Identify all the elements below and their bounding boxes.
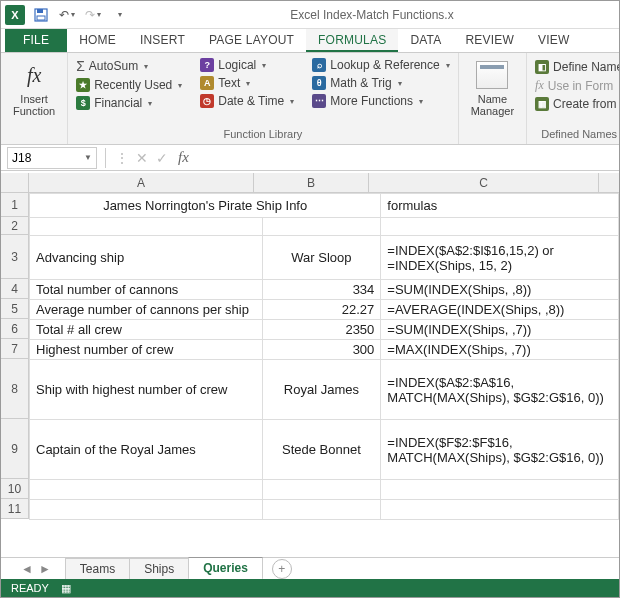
select-all-corner[interactable]	[1, 173, 29, 193]
cell-A6[interactable]: Total # all crew	[30, 320, 263, 340]
row-header-2[interactable]: 2	[1, 217, 28, 235]
autosum-button[interactable]: ΣAutoSum▾	[76, 57, 182, 75]
tab-formulas[interactable]: FORMULAS	[306, 29, 398, 52]
math-trig-button[interactable]: θMath & Trig▾	[312, 75, 449, 91]
group-label-library: Function Library	[76, 128, 449, 140]
cell-C4[interactable]: =SUM(INDEX(Ships, ,8))	[381, 280, 619, 300]
name-manager-icon	[476, 61, 508, 89]
tab-home[interactable]: HOME	[67, 29, 128, 52]
row-header-4[interactable]: 4	[1, 279, 28, 299]
sheet-tab-teams[interactable]: Teams	[65, 558, 130, 579]
cell-B11[interactable]	[262, 500, 381, 520]
chevron-down-icon[interactable]: ▼	[84, 153, 92, 162]
row-header-7[interactable]: 7	[1, 339, 28, 359]
cell-A1[interactable]: James Norrington's Pirate Ship Info	[30, 194, 381, 218]
cell-C9[interactable]: =INDEX($F$2:$F$16, MATCH(MAX(Ships), $G$…	[381, 420, 619, 480]
cell-B10[interactable]	[262, 480, 381, 500]
col-header-B[interactable]: B	[254, 173, 369, 192]
cell-A3[interactable]: Advancing ship	[30, 236, 263, 280]
define-name-button[interactable]: ◧Define Name	[535, 59, 620, 75]
group-label-defined: Defined Names	[535, 128, 620, 140]
tab-data[interactable]: DATA	[398, 29, 453, 52]
cell-C1[interactable]: formulas	[381, 194, 619, 218]
group-name-manager: Name Manager	[459, 53, 527, 144]
sheet-tab-queries[interactable]: Queries	[188, 557, 263, 580]
macro-record-icon[interactable]: ▦	[61, 582, 71, 595]
recently-used-button[interactable]: ★Recently Used▾	[76, 77, 182, 93]
fx-icon[interactable]: fx	[172, 149, 195, 166]
cell-C2[interactable]	[381, 218, 619, 236]
cell-B2[interactable]	[262, 218, 381, 236]
financial-button[interactable]: $Financial▾	[76, 95, 182, 111]
name-manager-button[interactable]: Name Manager	[467, 57, 518, 119]
tab-insert[interactable]: INSERT	[128, 29, 197, 52]
col-header-C[interactable]: C	[369, 173, 599, 192]
new-sheet-button[interactable]: +	[272, 559, 292, 579]
enter-icon[interactable]: ✓	[152, 150, 172, 166]
svg-rect-2	[37, 16, 45, 20]
undo-icon[interactable]: ↶▾	[57, 5, 77, 25]
logical-button[interactable]: ?Logical▾	[200, 57, 294, 73]
date-time-button[interactable]: ◷Date & Time▾	[200, 93, 294, 109]
formula-bar: J18▼ ⋮ ✕ ✓ fx	[1, 145, 619, 171]
row-header-6[interactable]: 6	[1, 319, 28, 339]
cell-B9[interactable]: Stede Bonnet	[262, 420, 381, 480]
cell-A5[interactable]: Average number of cannons per ship	[30, 300, 263, 320]
sheet-tab-ships[interactable]: Ships	[129, 558, 189, 579]
cell-B7[interactable]: 300	[262, 340, 381, 360]
cell-C11[interactable]	[381, 500, 619, 520]
status-bar: READY ▦	[1, 579, 619, 597]
cells: James Norrington's Pirate Ship Infoformu…	[29, 193, 619, 557]
cell-B3[interactable]: War Sloop	[262, 236, 381, 280]
cancel-icon[interactable]: ✕	[132, 150, 152, 166]
cell-B4[interactable]: 334	[262, 280, 381, 300]
use-in-formula-button[interactable]: fxUse in Form	[535, 77, 620, 94]
text-button[interactable]: AText▾	[200, 75, 294, 91]
formula-input[interactable]	[195, 147, 619, 169]
lookup-reference-button[interactable]: ⌕Lookup & Reference▾	[312, 57, 449, 73]
vdots-icon[interactable]: ⋮	[112, 150, 132, 166]
cell-B6[interactable]: 2350	[262, 320, 381, 340]
cell-C6[interactable]: =SUM(INDEX(Ships, ,7))	[381, 320, 619, 340]
cell-C5[interactable]: =AVERAGE(INDEX(Ships, ,8))	[381, 300, 619, 320]
create-from-button[interactable]: ▦Create from	[535, 96, 620, 112]
more-functions-button[interactable]: ⋯More Functions▾	[312, 93, 449, 109]
cell-C7[interactable]: =MAX(INDEX(Ships, ,7))	[381, 340, 619, 360]
row-header-5[interactable]: 5	[1, 299, 28, 319]
row-header-8[interactable]: 8	[1, 359, 28, 419]
cell-A9[interactable]: Captain of the Royal James	[30, 420, 263, 480]
sheet-nav-next-icon[interactable]: ►	[39, 562, 51, 576]
group-defined-names: ◧Define Name fxUse in Form ▦Create from …	[527, 53, 620, 144]
row-header-11[interactable]: 11	[1, 499, 28, 519]
tab-view[interactable]: VIEW	[526, 29, 581, 52]
name-box[interactable]: J18▼	[7, 147, 97, 169]
cell-A10[interactable]	[30, 480, 263, 500]
status-text: READY	[11, 582, 49, 594]
row-header-9[interactable]: 9	[1, 419, 28, 479]
cell-C10[interactable]	[381, 480, 619, 500]
cell-A7[interactable]: Highest number of crew	[30, 340, 263, 360]
svg-rect-1	[37, 9, 43, 13]
tab-page-layout[interactable]: PAGE LAYOUT	[197, 29, 306, 52]
sheet-tabs: ◄ ► Teams Ships Queries +	[1, 557, 619, 579]
row-header-10[interactable]: 10	[1, 479, 28, 499]
tab-file[interactable]: FILE	[5, 29, 67, 52]
row-header-3[interactable]: 3	[1, 235, 28, 279]
tab-review[interactable]: REVIEW	[453, 29, 526, 52]
cell-C3[interactable]: =INDEX($A$2:$I$16,15,2) or =INDEX(Ships,…	[381, 236, 619, 280]
col-header-A[interactable]: A	[29, 173, 254, 192]
cell-A8[interactable]: Ship with highest number of crew	[30, 360, 263, 420]
cell-B8[interactable]: Royal James	[262, 360, 381, 420]
qat-customize-icon[interactable]: ▾	[109, 5, 129, 25]
cell-B5[interactable]: 22.27	[262, 300, 381, 320]
fx-icon: fx	[27, 64, 41, 87]
cell-A11[interactable]	[30, 500, 263, 520]
cell-A2[interactable]	[30, 218, 263, 236]
sheet-nav-prev-icon[interactable]: ◄	[21, 562, 33, 576]
insert-function-button[interactable]: fx Insert Function	[9, 57, 59, 119]
row-header-1[interactable]: 1	[1, 193, 28, 217]
cell-C8[interactable]: =INDEX($A$2:$A$16, MATCH(MAX(Ships), $G$…	[381, 360, 619, 420]
save-icon[interactable]	[31, 5, 51, 25]
cell-A4[interactable]: Total number of cannons	[30, 280, 263, 300]
redo-icon[interactable]: ↷▾	[83, 5, 103, 25]
